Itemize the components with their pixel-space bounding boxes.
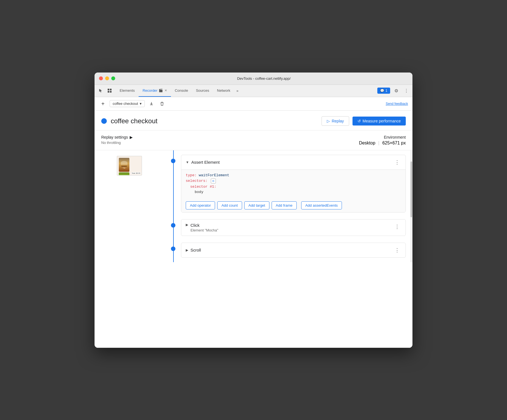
throttling-label: No throttling [101,141,133,145]
step-scroll: ▶ Scroll ⋮ [181,243,406,258]
tab-sources[interactable]: Sources [192,85,213,97]
step-body-1: type: waitForElement selectors: ⊡ select… [181,170,405,199]
recorder-toolbar: + coffee checkout ▾ Send feedback [95,97,412,111]
code-type-val: waitForElement [199,173,229,177]
environment-section: Environment Desktop | 625×671 px [359,135,406,146]
play-icon: ▷ [327,119,330,123]
code-selector1-key: selector #1: [190,185,216,189]
export-icon [149,102,154,106]
step-more-button-1[interactable]: ⋮ [393,158,401,166]
step-header-3[interactable]: ▶ Scroll ⋮ [181,243,405,257]
thumbnail-container: Cap Mocha Total: $0.00 [117,156,142,175]
settings-left: Replay settings ▶ No throttling [101,135,133,145]
thumbnail-panel: Cap Mocha Total: $0.00 [95,150,164,262]
tab-elements[interactable]: Elements [116,85,139,97]
recording-status-dot [101,118,107,124]
thumb-total: Total: $0.00 [131,172,141,174]
code-selector1-line: selector #1: [190,185,401,189]
layers-icon [107,88,112,93]
settings-row: Replay settings ▶ No throttling Environm… [95,131,412,150]
step-header-2[interactable]: ▶ Click Element "Mocha" ⋮ [181,219,405,236]
tab-network[interactable]: Network [213,85,234,97]
delete-icon [160,102,164,106]
tab-recorder[interactable]: Recorder 🎬 ✕ [139,85,171,97]
scrollbar[interactable] [410,150,412,262]
add-target-button[interactable]: Add target [244,201,269,209]
nav-tabs: Elements Recorder 🎬 ✕ Console Sources Ne… [116,85,377,97]
tab-console[interactable]: Console [171,85,192,97]
close-button[interactable] [99,76,103,80]
step-card-2: ▶ Click Element "Mocha" ⋮ [181,219,406,236]
step-dot-3 [171,247,175,251]
recording-header: coffee checkout ▷ Replay ↺ Measure perfo… [95,111,412,131]
measure-performance-button[interactable]: ↺ Measure performance [353,117,406,125]
badge-count: 1 [385,89,387,93]
add-asserted-events-button[interactable]: Add assertedEvents [301,201,342,209]
svg-rect-0 [108,89,109,90]
messages-button[interactable]: 💬 1 [377,88,390,94]
timeline-line [173,150,174,262]
step-subtitle-2: Element "Mocha" [190,228,393,232]
svg-rect-1 [110,89,112,90]
collapse-icon-1[interactable]: ▼ [186,160,189,164]
step-dot-2 [171,223,175,228]
devtools-nav: Elements Recorder 🎬 ✕ Console Sources Ne… [95,85,412,97]
step-more-button-2[interactable]: ⋮ [393,223,401,231]
step-header-1[interactable]: ▼ Assert Element ⋮ [181,155,405,170]
add-count-button[interactable]: Add count [217,201,242,209]
replay-settings-toggle[interactable]: Replay settings ▶ [101,135,133,139]
code-selectors-line: selectors: ⊡ [186,178,401,184]
nav-icons [97,87,114,95]
step-card-1: ▼ Assert Element ⋮ type: waitForElement [181,155,406,213]
add-operator-button[interactable]: Add operator [186,201,215,209]
delete-button[interactable] [158,100,166,108]
step-dot-1 [171,159,175,163]
cursor-icon-btn[interactable] [97,87,105,95]
recorder-icon: 🎬 [159,88,163,92]
measure-icon: ↺ [358,119,361,123]
dropdown-arrow-icon: ▾ [140,102,142,106]
environment-title: Environment [359,135,406,139]
main-content: coffee checkout ▷ Replay ↺ Measure perfo… [95,111,412,348]
export-button[interactable] [148,100,155,108]
step-click: ▶ Click Element "Mocha" ⋮ [181,219,406,236]
chevron-right-icon: ▶ [130,135,133,139]
recording-selector[interactable]: coffee checkout ▾ [110,100,145,107]
expand-icon-2[interactable]: ▶ [186,223,188,227]
env-device: Desktop [359,141,375,145]
recording-name: coffee checkout [113,102,138,106]
add-recording-button[interactable]: + [99,100,107,108]
titlebar: DevTools - coffee-cart.netlify.app/ [95,73,412,85]
add-frame-button[interactable]: Add frame [272,201,297,209]
layers-icon-btn[interactable] [106,87,114,95]
recording-title: coffee checkout [111,117,322,125]
step-more-button-3[interactable]: ⋮ [393,246,401,254]
step-assert-element: ▼ Assert Element ⋮ type: waitForElement [181,155,406,213]
svg-rect-2 [108,91,109,93]
step-title-1: Assert Element [191,160,393,165]
send-feedback-button[interactable]: Send feedback [386,102,408,106]
traffic-lights [99,76,115,80]
tab-close-icon[interactable]: ✕ [165,89,167,92]
minimize-button[interactable] [105,76,109,80]
expand-icon-3[interactable]: ▶ [186,248,188,252]
code-type-line: type: waitForElement [186,173,401,177]
step-title-2: Click [190,223,393,228]
selector-tool-icon[interactable]: ⊡ [211,178,216,184]
step-actions-1: Add operator Add count Add target Add fr… [181,199,405,212]
more-tabs-btn[interactable]: » [234,89,241,93]
environment-value: Desktop | 625×671 px [359,141,406,146]
code-selector1-val: body [195,190,401,194]
maximize-button[interactable] [111,76,115,80]
message-icon: 💬 [380,89,384,93]
replay-button[interactable]: ▷ Replay [322,116,349,126]
settings-button[interactable]: ⚙ [392,87,400,95]
scrollbar-thumb[interactable] [411,161,412,217]
steps-area: Cap Mocha Total: $0.00 [95,150,412,262]
more-options-button[interactable]: ⋮ [402,87,410,95]
env-divider: | [378,141,379,145]
nav-right: 💬 1 ⚙ ⋮ [377,87,410,95]
thumb-content-1: Cap Mocha Total: $0.00 [117,156,142,175]
step-title-3: Scroll [190,248,393,252]
devtools-window: DevTools - coffee-cart.netlify.app/ Elem [95,73,412,348]
